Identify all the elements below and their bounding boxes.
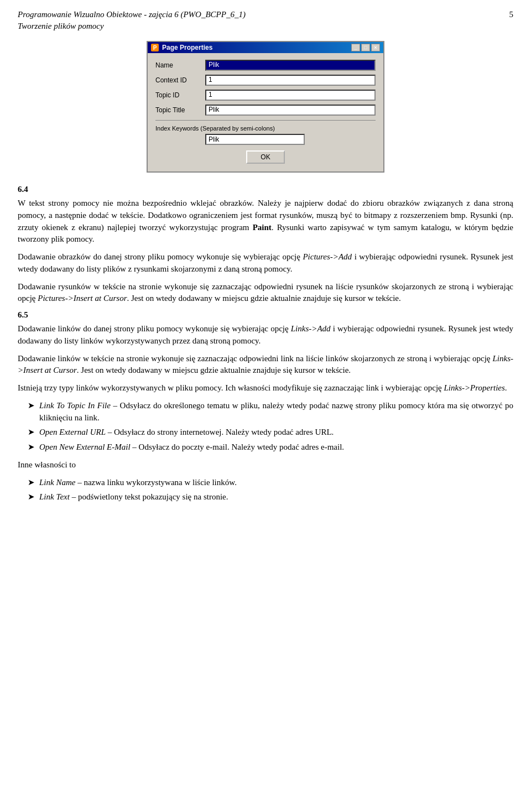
list-item-link-name-text: Link Name – nazwa linku wykorzystywana w…	[39, 477, 237, 489]
section-6-5: 6.5 Dodawanie linków do danej strony pli…	[18, 310, 513, 503]
topic-title-input[interactable]: Plik	[205, 105, 376, 116]
name-row: Name Plik	[155, 60, 376, 71]
list-item-link-to-topic: ➤ Link To Topic In File – Odsyłacz do ok…	[28, 400, 513, 424]
header-title: Programowanie Wizualno Obiektowe - zajęc…	[18, 10, 246, 19]
subtitle: Tworzenie plików pomocy	[18, 22, 513, 31]
context-id-label: Context ID	[155, 76, 205, 84]
context-id-input[interactable]: 1	[205, 75, 376, 86]
list-item-link-name: ➤ Link Name – nazwa linku wykorzystywana…	[28, 477, 513, 489]
list-item-open-email: ➤ Open New External E-Mail – Odsyłacz do…	[28, 441, 513, 454]
paragraph-6-4-3: Dodawanie rysunków w tekście na stronie …	[18, 281, 513, 305]
list-item-link-text: ➤ Link Text – podświetlony tekst pokazuj…	[28, 491, 513, 503]
dialog-container: P Page Properties _ □ × Name Plik Contex…	[18, 41, 513, 173]
name-input[interactable]: Plik	[205, 60, 376, 71]
titlebar-left: P Page Properties	[151, 44, 212, 51]
list-item-open-external-url: ➤ Open External URL – Odsyłacz do strony…	[28, 426, 513, 439]
paint-bold: Paint	[253, 223, 272, 232]
links-add-italic: Links->Add	[291, 324, 331, 333]
pictures-insert-italic: Pictures->Insert at Cursor	[38, 294, 127, 303]
paragraph-6-5-3: Istnieją trzy typy linków wykorzystywany…	[18, 382, 513, 394]
pictures-add-italic: Pictures->Add	[303, 252, 352, 261]
maximize-button[interactable]: □	[361, 44, 370, 51]
topic-title-label: Topic Title	[155, 106, 205, 114]
links-type-list: ➤ Link To Topic In File – Odsyłacz do ok…	[28, 400, 513, 454]
ok-row: OK	[155, 150, 376, 164]
paragraph-6-5-1: Dodawanie linków do danej strony pliku p…	[18, 323, 513, 347]
dialog-title: Page Properties	[162, 44, 212, 51]
paragraph-6-4-1: W tekst strony pomocy nie można bezpośre…	[18, 197, 513, 246]
links-properties-italic: Links->Properties	[444, 383, 504, 392]
dialog-titlebar: P Page Properties _ □ ×	[148, 42, 383, 53]
index-keywords-input[interactable]	[205, 134, 305, 145]
list-item-link-to-topic-text: Link To Topic In File – Odsyłacz do okre…	[39, 400, 513, 424]
inne-wlasnosci-label: Inne własności to	[18, 459, 513, 471]
list-item-link-text-text: Link Text – podświetlony tekst pokazując…	[39, 491, 228, 503]
section-6-4-number: 6.4	[18, 185, 513, 194]
section-6-5-number: 6.5	[18, 310, 513, 320]
page-properties-dialog: P Page Properties _ □ × Name Plik Contex…	[147, 41, 384, 173]
topic-id-row: Topic ID 1	[155, 90, 376, 101]
links-insert-italic: Links->Insert at Cursor	[18, 354, 513, 375]
bullet-arrow-3: ➤	[28, 441, 35, 454]
dialog-window-controls: _ □ ×	[351, 44, 380, 51]
section-6-4: 6.4 W tekst strony pomocy nie można bezp…	[18, 185, 513, 305]
minimize-button[interactable]: _	[351, 44, 360, 51]
link-properties-list: ➤ Link Name – nazwa linku wykorzystywana…	[28, 477, 513, 504]
dialog-icon: P	[151, 44, 159, 51]
context-id-row: Context ID 1	[155, 75, 376, 86]
list-item-open-external-url-text: Open External URL – Odsyłacz do strony i…	[39, 426, 334, 439]
dialog-separator	[155, 120, 376, 121]
page-number: 5	[509, 10, 514, 19]
topic-title-row: Topic Title Plik	[155, 105, 376, 116]
close-button[interactable]: ×	[371, 44, 380, 51]
dialog-body: Name Plik Context ID 1 Topic ID 1 Topic …	[148, 53, 383, 171]
index-keywords-label: Index Keywords (Separated by semi-colons…	[155, 125, 376, 132]
topic-id-input[interactable]: 1	[205, 90, 376, 101]
topic-id-label: Topic ID	[155, 91, 205, 99]
paragraph-6-4-2: Dodawanie obrazków do danej strony pliku…	[18, 251, 513, 275]
bullet-arrow-5: ➤	[28, 491, 35, 503]
ok-button[interactable]: OK	[246, 150, 285, 164]
page-header: Programowanie Wizualno Obiektowe - zajęc…	[18, 10, 513, 19]
name-label: Name	[155, 61, 205, 69]
bullet-arrow-2: ➤	[28, 426, 35, 439]
paragraph-6-5-2: Dodawanie linków w tekście na stronie wy…	[18, 353, 513, 377]
bullet-arrow-4: ➤	[28, 477, 35, 489]
list-item-open-email-text: Open New External E-Mail – Odsyłacz do p…	[39, 441, 344, 454]
bullet-arrow-1: ➤	[28, 400, 35, 412]
